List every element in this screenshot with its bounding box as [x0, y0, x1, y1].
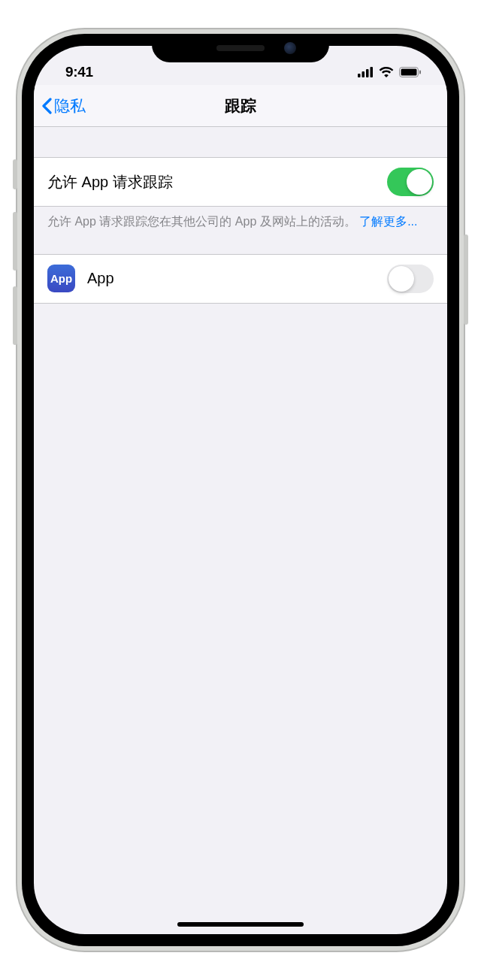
mute-switch	[13, 159, 17, 189]
app-row: App App	[34, 255, 447, 303]
chevron-left-icon	[41, 98, 52, 114]
nav-bar: 隐私 跟踪	[34, 85, 447, 127]
back-label: 隐私	[54, 95, 86, 116]
home-indicator[interactable]	[177, 922, 304, 927]
svg-rect-5	[401, 69, 417, 76]
cellular-signal-icon	[358, 67, 374, 77]
footer-description: 允许 App 请求跟踪您在其他公司的 App 及网站上的活动。	[47, 215, 356, 228]
allow-requests-row: 允许 App 请求跟踪	[34, 158, 447, 206]
apps-group: App App	[34, 254, 447, 304]
status-time: 9:41	[65, 64, 93, 80]
learn-more-link[interactable]: 了解更多...	[359, 215, 417, 228]
svg-rect-2	[366, 69, 369, 77]
front-camera	[284, 42, 296, 54]
volume-up-button	[13, 212, 17, 271]
allow-requests-footer: 允许 App 请求跟踪您在其他公司的 App 及网站上的活动。 了解更多...	[34, 207, 447, 230]
svg-rect-1	[362, 71, 365, 77]
power-button	[464, 234, 468, 325]
app-name-label: App	[87, 270, 387, 287]
app-icon: App	[47, 265, 75, 292]
phone-frame: 9:41 隐私 跟踪 允许 App 请求跟踪	[16, 28, 465, 952]
battery-icon	[399, 67, 422, 77]
svg-rect-6	[419, 71, 421, 74]
notch	[152, 34, 329, 62]
nav-title: 跟踪	[34, 95, 447, 116]
wifi-icon	[379, 67, 394, 77]
svg-rect-3	[371, 67, 374, 77]
allow-requests-label: 允许 App 请求跟踪	[47, 172, 387, 192]
screen: 9:41 隐私 跟踪 允许 App 请求跟踪	[34, 46, 447, 934]
svg-rect-0	[358, 74, 361, 77]
allow-requests-group: 允许 App 请求跟踪	[34, 157, 447, 207]
allow-requests-toggle[interactable]	[387, 168, 434, 196]
app-tracking-toggle[interactable]	[387, 265, 434, 293]
status-icons	[358, 67, 422, 77]
volume-down-button	[13, 286, 17, 345]
back-button[interactable]: 隐私	[38, 92, 89, 119]
